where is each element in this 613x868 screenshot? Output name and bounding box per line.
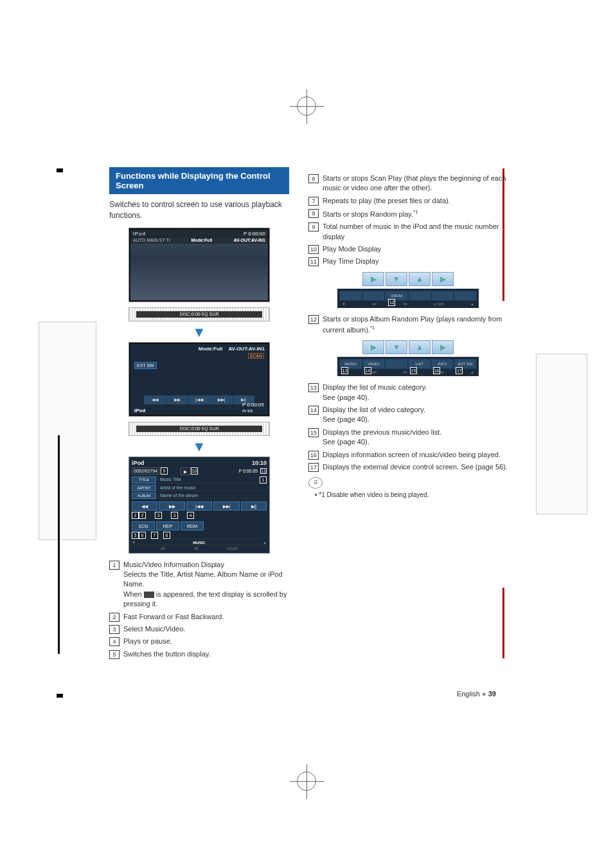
ardm-label: ARDM: [391, 294, 402, 298]
callout-1: 1: [260, 476, 267, 484]
rew-button[interactable]: ◀◀: [132, 502, 157, 511]
prev-button[interactable]: |◀◀: [188, 395, 210, 404]
artist-value: Artist of the music: [159, 485, 267, 491]
seg-empty[interactable]: [408, 291, 431, 301]
callout-2b: 2: [139, 512, 146, 519]
page-number: 39: [488, 690, 496, 698]
next-page-icon-2[interactable]: ▶: [432, 272, 454, 286]
fig3-footer-center: MUSIC: [193, 541, 205, 545]
up-nav-icon[interactable]: ▲: [409, 272, 431, 286]
fig1-ptime: P 0:00:00: [244, 231, 265, 237]
description-item: 11Play Time Display: [308, 257, 508, 266]
next-page-icon[interactable]: ▶: [362, 340, 384, 354]
extsw-label: EXT SW: [458, 362, 473, 366]
callout-number: 1: [109, 561, 120, 570]
description-item: 10Play Mode Display: [308, 244, 508, 254]
rep-button[interactable]: REP: [156, 521, 179, 530]
callout-number: 12: [308, 315, 319, 324]
next-page-icon[interactable]: ▶: [362, 272, 384, 286]
list-label: LIST: [416, 362, 424, 366]
proof-box-right: [536, 354, 587, 514]
callout-13: 13: [341, 367, 348, 374]
button-bar-2: MUSIC 13 VIDEO 14 LIST 15: [339, 359, 477, 369]
ardm-button[interactable]: ARDM 12: [385, 291, 408, 301]
description-text: Select Music/Video.: [123, 624, 289, 634]
f-loud: LOUD: [227, 547, 238, 550]
page-lang: English: [457, 690, 480, 698]
description-text: Displays the external device control scr…: [323, 462, 508, 472]
description-item: 9Total number of music in the iPod and t…: [308, 222, 508, 242]
fig2-mode: Mode:Full: [199, 346, 223, 352]
title-label[interactable]: TITLE: [132, 476, 156, 484]
down-arrow-icon: ▼: [109, 325, 289, 339]
fig2-label: iPod: [134, 408, 145, 413]
callout-17: 17: [456, 367, 463, 374]
trim-mark-left-top: [57, 168, 63, 172]
next-page-icon-2[interactable]: ▶: [432, 340, 454, 354]
fig2-scan-tag: SCAN: [248, 353, 264, 359]
description-item: 17Displays the external device control s…: [308, 462, 508, 472]
manual-page: Functions while Displaying the Control S…: [109, 167, 508, 662]
description-text: Display the list of video category.See (…: [323, 405, 508, 425]
up-nav-icon[interactable]: ▲: [409, 340, 431, 354]
callout-number: 10: [308, 245, 319, 254]
ruler-text-1: DISC:0:00 EQ SUR: [179, 312, 218, 316]
artist-label[interactable]: ARTIST: [132, 485, 156, 491]
f-in: IN: [404, 302, 407, 306]
trim-bar-left: [58, 435, 60, 654]
callout-number: 13: [308, 383, 319, 392]
seg-empty[interactable]: [385, 359, 408, 369]
prev-button[interactable]: |◀◀: [186, 502, 212, 511]
seg-empty[interactable]: [454, 291, 477, 301]
page-footer: English ● 39: [457, 690, 496, 698]
rew-button[interactable]: ◀◀: [144, 395, 166, 404]
note-icon: ⠿: [308, 477, 323, 489]
callout-8: 8: [163, 532, 170, 539]
description-item: 14Display the list of video category.See…: [308, 405, 508, 425]
proof-box-left: [39, 321, 96, 540]
description-text: Displays information screen of music/vid…: [323, 450, 508, 460]
description-text: Play Time Display: [323, 257, 508, 266]
seg-empty[interactable]: [339, 291, 362, 301]
extsw-button[interactable]: EXT SW 17: [454, 359, 477, 369]
figure-control-detail: iPod 10:10 0002/02794 9 ▶ 10 P 0:00:05 1…: [129, 457, 270, 554]
description-item: 8Starts or stops Random play.*1: [308, 208, 508, 219]
next-button[interactable]: ▶▶|: [213, 502, 239, 511]
callout-9: 9: [161, 467, 168, 475]
callout-number: 6: [308, 174, 319, 183]
section-header: Functions while Displaying the Control S…: [109, 167, 289, 194]
fig2-transport-bar: ◀◀ ▶▶ |◀◀ ▶▶| ▶||: [144, 395, 254, 404]
callout-5: 5: [132, 532, 139, 539]
fig2-ext-sw[interactable]: EXT SW: [134, 362, 157, 369]
scn-button[interactable]: SCN: [132, 521, 155, 530]
description-text: Music/Video Information DisplaySelects t…: [123, 560, 289, 610]
down-nav-icon[interactable]: ▼: [386, 272, 407, 286]
ff-button[interactable]: ▶▶: [159, 502, 184, 511]
seg-empty[interactable]: [362, 291, 386, 301]
album-label[interactable]: ALBUM: [132, 493, 156, 499]
scroll-icon: [144, 592, 154, 598]
f-af: AF: [161, 547, 166, 550]
down-arrow-icon-2: ▼: [109, 440, 289, 454]
callout-number: 14: [308, 406, 319, 415]
description-item: 3Select Music/Video.: [109, 624, 289, 634]
description-list-right-mid: 12Starts or stops Album Random Play (pla…: [308, 314, 508, 335]
next-button[interactable]: ▶▶|: [211, 395, 233, 404]
description-item: 13Display the list of music category.See…: [308, 383, 508, 402]
callout-6: 6: [139, 532, 146, 539]
description-text: Switches the button display.: [123, 649, 289, 659]
music-button[interactable]: MUSIC 13: [339, 359, 362, 369]
rdm-button[interactable]: RDM: [181, 521, 204, 530]
video-button[interactable]: VIDEO 14: [362, 359, 386, 369]
seg-empty[interactable]: [431, 291, 454, 301]
ff-button[interactable]: ▶▶: [166, 395, 188, 404]
play-pause-button[interactable]: ▶||: [241, 502, 267, 511]
list-button[interactable]: LIST 15: [408, 359, 431, 369]
info-button[interactable]: INFO 16: [431, 359, 454, 369]
description-item: 2Fast Forward or Fast Backward.: [109, 612, 289, 622]
callout-15: 15: [410, 367, 417, 374]
fig3-time: 10:10: [252, 460, 267, 466]
down-nav-icon[interactable]: ▼: [386, 340, 407, 354]
fig3-play-mode: ▶: [181, 467, 191, 475]
f-af: AF: [372, 302, 377, 306]
